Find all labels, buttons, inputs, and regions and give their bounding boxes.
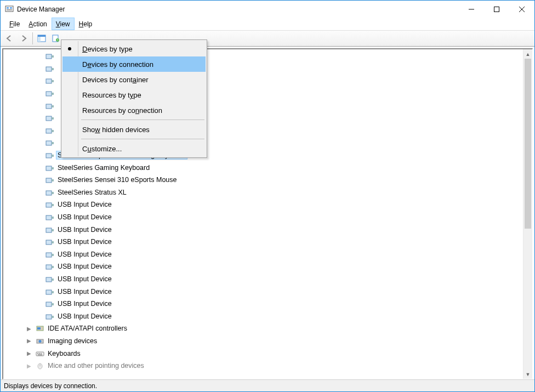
tree-row-device[interactable]: USB Input Device xyxy=(4,310,532,322)
close-button[interactable] xyxy=(509,1,534,18)
scrollbar-thumb[interactable] xyxy=(525,59,531,229)
scroll-up-icon[interactable]: ▲ xyxy=(523,49,532,59)
dd-devices-by-container[interactable]: Devices by container xyxy=(62,72,206,87)
tree-row-device[interactable]: USB Input Device xyxy=(4,198,532,211)
dd-devices-by-connection[interactable]: Devices by connection xyxy=(62,56,206,72)
minimize-button[interactable] xyxy=(459,1,484,18)
svg-rect-42 xyxy=(46,253,52,257)
svg-rect-47 xyxy=(52,279,54,281)
device-label: USB Input Device xyxy=(56,213,113,221)
expand-icon[interactable]: ▶ xyxy=(25,338,33,344)
svg-rect-4 xyxy=(494,7,499,12)
device-label: SteelSeries Stratus XL xyxy=(56,189,128,196)
scroll-down-icon[interactable]: ▼ xyxy=(523,370,532,379)
dd-devices-by-type[interactable]: Devices by type xyxy=(62,41,206,56)
svg-rect-28 xyxy=(46,166,52,171)
scrollbar-track[interactable] xyxy=(523,59,532,370)
tree-row-device[interactable]: USB Input Device xyxy=(4,236,532,248)
svg-rect-59 xyxy=(37,353,38,354)
hid-device-icon xyxy=(45,250,54,259)
expand-icon[interactable]: ▶ xyxy=(25,363,33,369)
tree-row-device[interactable]: USB Input Device xyxy=(4,211,532,224)
back-button[interactable] xyxy=(3,32,16,45)
hid-device-icon xyxy=(45,76,54,85)
dd-resources-by-type[interactable]: Resources by type xyxy=(62,87,206,103)
expand-icon[interactable]: ▶ xyxy=(25,350,33,356)
svg-rect-44 xyxy=(46,265,52,269)
tree-row-category[interactable]: ▶ Keyboards xyxy=(4,347,532,360)
window-title: Device Manager xyxy=(17,5,65,13)
hid-device-icon xyxy=(45,213,54,221)
menu-view[interactable]: View xyxy=(52,18,75,30)
svg-rect-38 xyxy=(46,228,52,232)
tree-row-category[interactable]: ▶ Imaging devices xyxy=(4,335,532,348)
device-manager-window: Device Manager File Action View Help xyxy=(0,0,535,392)
svg-rect-18 xyxy=(46,104,52,109)
svg-rect-39 xyxy=(52,229,54,231)
svg-rect-17 xyxy=(52,93,54,95)
dd-resources-by-connection[interactable]: Resources by connection xyxy=(62,103,206,118)
hid-device-icon xyxy=(45,299,54,308)
tree-row-device[interactable]: SteelSeries Gaming Keyboard xyxy=(4,161,532,174)
svg-rect-25 xyxy=(52,142,54,144)
tree-row-category[interactable]: ▶ Mice and other pointing devices xyxy=(4,360,532,372)
tree-row-device[interactable]: USB Input Device xyxy=(4,285,532,298)
svg-rect-33 xyxy=(52,192,54,194)
titlebar: Device Manager xyxy=(1,1,534,18)
hid-device-icon xyxy=(45,225,54,234)
app-icon xyxy=(5,5,14,14)
hid-device-icon xyxy=(45,262,54,271)
tree-row-device[interactable]: USB Input Device xyxy=(4,260,532,273)
ide-controller-icon xyxy=(36,324,44,333)
menu-help[interactable]: Help xyxy=(75,18,97,30)
svg-rect-10 xyxy=(46,54,52,59)
forward-button[interactable] xyxy=(17,32,30,45)
dd-show-hidden[interactable]: Show hidden devices xyxy=(62,122,206,137)
vertical-scrollbar[interactable]: ▲ ▼ xyxy=(523,49,532,379)
show-hide-tree-button[interactable] xyxy=(35,32,48,45)
category-label: Keyboards xyxy=(47,350,82,357)
expand-icon[interactable]: ▶ xyxy=(25,326,33,332)
tree-row-device[interactable]: SteelSeries Stratus XL xyxy=(4,186,532,199)
svg-rect-43 xyxy=(52,254,54,256)
hid-device-icon xyxy=(45,64,54,73)
window-controls xyxy=(459,1,534,18)
status-text: Displays devices by connection. xyxy=(4,382,97,390)
menubar: File Action View Help xyxy=(1,18,534,30)
tree-row-device[interactable]: USB Input Device xyxy=(4,248,532,261)
svg-rect-3 xyxy=(7,9,12,10)
device-label: SteelSeries Sensei 310 eSports Mouse xyxy=(56,176,178,184)
tree-row-device[interactable]: USB Input Device xyxy=(4,223,532,236)
device-label: USB Input Device xyxy=(56,313,113,320)
tree-row-device[interactable]: SteelSeries Sensei 310 eSports Mouse xyxy=(4,174,532,186)
svg-rect-27 xyxy=(52,155,54,157)
svg-rect-40 xyxy=(46,240,52,245)
radio-bullet-icon xyxy=(68,47,71,50)
svg-rect-14 xyxy=(46,79,52,83)
device-label: USB Input Device xyxy=(56,226,113,234)
device-label: USB Input Device xyxy=(56,275,113,283)
dd-customize[interactable]: Customize... xyxy=(62,141,206,156)
menu-file[interactable]: File xyxy=(5,18,24,30)
svg-rect-7 xyxy=(38,37,41,42)
tree-row-category[interactable]: ▶ IDE ATA/ATAPI controllers xyxy=(4,322,532,335)
device-label: SteelSeries Gaming Keyboard xyxy=(56,164,151,172)
category-label: Mice and other pointing devices xyxy=(47,362,145,370)
svg-point-57 xyxy=(39,340,42,343)
svg-rect-32 xyxy=(46,191,52,195)
hid-device-icon xyxy=(45,287,54,296)
hid-device-icon xyxy=(45,275,54,283)
menu-action[interactable]: Action xyxy=(24,18,51,30)
svg-rect-48 xyxy=(46,290,52,294)
svg-rect-55 xyxy=(37,327,41,329)
hid-device-icon xyxy=(45,101,54,110)
svg-rect-12 xyxy=(46,67,52,71)
tree-row-device[interactable]: USB Input Device xyxy=(4,273,532,286)
category-label: IDE ATA/ATAPI controllers xyxy=(47,325,128,332)
svg-rect-29 xyxy=(52,167,54,169)
maximize-button[interactable] xyxy=(484,1,509,18)
svg-rect-19 xyxy=(52,105,54,107)
svg-rect-30 xyxy=(46,178,52,183)
hid-device-icon xyxy=(45,237,54,246)
tree-row-device[interactable]: USB Input Device xyxy=(4,298,532,310)
